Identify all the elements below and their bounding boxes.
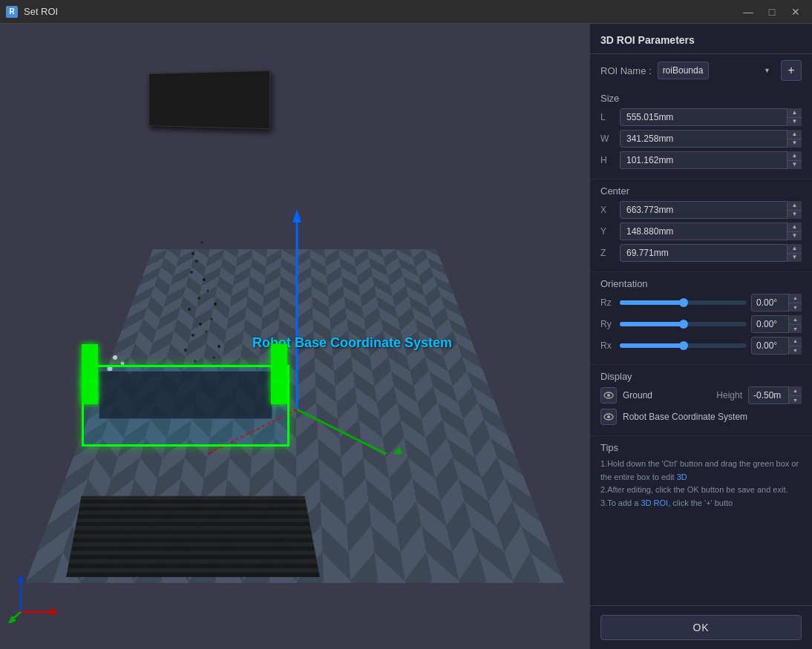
size-section: Size L ▲ ▼ W ▲ ▼ (590, 87, 812, 179)
orient-Ry-slider[interactable] (620, 322, 747, 326)
size-W-input[interactable] (620, 130, 802, 148)
height-up[interactable]: ▲ (789, 386, 802, 396)
center-Y-spinners: ▲ ▼ (787, 223, 802, 240)
center-Y-label: Y (600, 226, 615, 237)
size-L-up[interactable]: ▲ (788, 108, 802, 118)
size-W-label: W (600, 134, 615, 144)
ground-label: Ground (623, 390, 710, 401)
orient-Rz-val-wrap: ▲ ▼ (751, 294, 802, 312)
ok-button[interactable]: OK (600, 615, 802, 640)
height-spinners: ▲ ▼ (788, 386, 802, 404)
minimize-button[interactable]: — (738, 4, 759, 19)
3d-viewport[interactable]: Robot Base Coordinate System (0, 24, 589, 649)
window-controls: — □ ✕ (738, 4, 806, 19)
display-section: Display Ground Height ▲ ▼ (590, 365, 812, 436)
orient-Rx-up[interactable]: ▲ (789, 337, 802, 346)
robot-base-visibility-button[interactable] (600, 409, 617, 425)
center-X-up[interactable]: ▲ (788, 201, 802, 211)
svg-marker-3 (392, 447, 407, 454)
tips-link-1[interactable]: 3D (677, 472, 687, 481)
size-L-input-wrap: ▲ ▼ (620, 108, 802, 126)
window-title: Set ROI (24, 6, 738, 17)
center-Y-row: Y ▲ ▼ (600, 223, 802, 240)
orient-Rx-down[interactable]: ▼ (789, 346, 802, 355)
center-Y-input-wrap: ▲ ▼ (620, 223, 802, 240)
eye-icon (603, 392, 614, 399)
center-Z-spinners: ▲ ▼ (787, 244, 802, 262)
orient-Ry-spinners: ▲ ▼ (788, 315, 802, 333)
ground-visibility-button[interactable] (600, 387, 617, 403)
roi-name-row: ROI Name : roiBounda + (590, 54, 812, 87)
robot-base-display-label: Robot Base Coordinate System (623, 412, 802, 422)
size-L-input[interactable] (620, 108, 802, 126)
floor-mat (66, 496, 320, 577)
size-header: Size (600, 93, 802, 104)
tips-line2: 2.After editing, click the OK button be … (600, 485, 788, 494)
orient-Rz-down[interactable]: ▼ (789, 303, 802, 312)
orient-Rz-slider[interactable] (620, 300, 747, 305)
panel-title: 3D ROI Parameters (590, 24, 812, 54)
orient-Rx-label: Rx (600, 340, 615, 351)
orient-Rz-up[interactable]: ▲ (789, 294, 802, 303)
svg-point-33 (607, 394, 610, 397)
center-Z-input[interactable] (620, 244, 802, 262)
roi-pillar-tl (82, 344, 98, 385)
size-W-row: W ▲ ▼ (600, 130, 802, 148)
orient-Ry-label: Ry (600, 319, 615, 329)
center-X-down[interactable]: ▼ (788, 211, 802, 220)
center-X-row: X ▲ ▼ (600, 201, 802, 219)
center-header: Center (600, 185, 802, 197)
svg-marker-29 (50, 608, 58, 616)
tips-link-2[interactable]: 3D ROI (641, 498, 668, 507)
height-input-wrap: ▲ ▼ (748, 386, 802, 404)
orient-Ry-row: Ry ▲ ▼ (600, 315, 802, 333)
height-down[interactable]: ▼ (789, 396, 802, 405)
size-W-up[interactable]: ▲ (788, 130, 802, 139)
tips-line3: 3.To add a 3D ROI, click the '+' butto (600, 498, 733, 507)
roi-bounding-box (82, 365, 289, 447)
svg-line-2 (297, 409, 401, 454)
size-W-spinners: ▲ ▼ (787, 130, 802, 148)
center-Z-label: Z (600, 248, 615, 258)
close-button[interactable]: ✕ (785, 4, 806, 19)
size-H-input-wrap: ▲ ▼ (620, 151, 802, 169)
orient-Ry-up[interactable]: ▲ (789, 315, 802, 325)
svg-marker-27 (17, 575, 24, 582)
orientation-header: Orientation (600, 278, 802, 289)
orient-Rx-slider[interactable] (620, 343, 747, 348)
svg-marker-1 (292, 209, 301, 223)
orient-Ry-down[interactable]: ▼ (789, 325, 802, 334)
size-H-input[interactable] (620, 151, 802, 169)
eye-icon-2 (603, 413, 614, 421)
orient-Rz-label: Rz (600, 297, 615, 308)
roi-name-select[interactable]: roiBounda (658, 62, 709, 79)
center-X-input[interactable] (620, 201, 802, 219)
black-object (148, 70, 270, 130)
right-panel: 3D ROI Parameters ROI Name : roiBounda +… (589, 24, 812, 649)
tips-text: 1.Hold down the 'Ctrl' button and drag t… (600, 458, 802, 510)
size-H-down[interactable]: ▼ (788, 161, 802, 170)
app-icon: R (6, 6, 18, 18)
center-X-label: X (600, 205, 615, 215)
center-Z-down[interactable]: ▼ (788, 254, 802, 263)
size-H-up[interactable]: ▲ (788, 151, 802, 161)
roi-pillar-bl (82, 382, 98, 404)
height-label: Height (716, 390, 742, 401)
center-Z-up[interactable]: ▲ (788, 244, 802, 254)
orient-Ry-val-wrap: ▲ ▼ (751, 315, 802, 333)
size-H-row: H ▲ ▼ (600, 151, 802, 169)
center-X-input-wrap: ▲ ▼ (620, 201, 802, 219)
center-Y-up[interactable]: ▲ (788, 223, 802, 232)
add-roi-button[interactable]: + (781, 60, 802, 81)
size-L-down[interactable]: ▼ (788, 118, 802, 127)
tips-title: Tips (600, 442, 802, 453)
center-Y-input[interactable] (620, 223, 802, 240)
restore-button[interactable]: □ (762, 4, 782, 19)
size-W-down[interactable]: ▼ (788, 139, 802, 148)
center-Y-down[interactable]: ▼ (788, 232, 802, 241)
title-bar: R Set ROI — □ ✕ (0, 0, 812, 24)
orient-Rx-spinners: ▲ ▼ (788, 337, 802, 355)
center-X-spinners: ▲ ▼ (787, 201, 802, 219)
size-L-label: L (600, 112, 615, 122)
size-L-spinners: ▲ ▼ (787, 108, 802, 126)
